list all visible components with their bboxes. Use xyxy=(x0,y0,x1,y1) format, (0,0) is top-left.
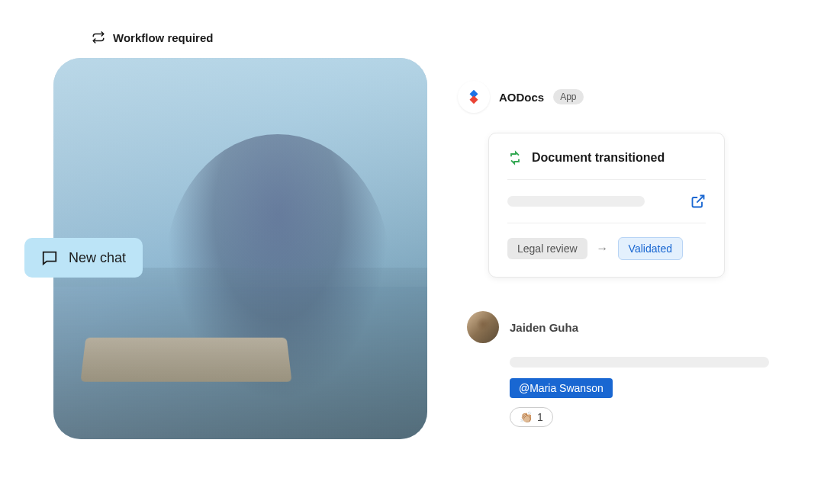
user-name: Jaiden Guha xyxy=(510,321,578,334)
transition-header: Document transitioned xyxy=(507,150,706,180)
svg-line-0 xyxy=(697,196,703,203)
placeholder-bar xyxy=(507,196,645,207)
chat-icon xyxy=(41,249,58,266)
transition-arrows-icon xyxy=(507,150,523,165)
transition-title: Document transitioned xyxy=(532,151,665,165)
new-chat-badge[interactable]: New chat xyxy=(24,238,143,278)
aodocs-icon xyxy=(465,88,482,105)
main-container: Workflow required New chat xyxy=(53,30,786,439)
workflow-label: Workflow required xyxy=(113,31,213,44)
status-to: Validated xyxy=(618,237,683,260)
app-header: AODocs App xyxy=(458,81,786,113)
user-header: Jaiden Guha xyxy=(467,311,786,343)
app-badge: App xyxy=(553,89,583,104)
arrow-right-icon: → xyxy=(597,242,609,255)
workflow-header: Workflow required xyxy=(92,30,786,44)
app-name: AODocs xyxy=(499,91,544,104)
mention-pill[interactable]: @Maria Swanson xyxy=(510,378,613,398)
avatar xyxy=(467,311,499,343)
transition-footer: Legal review → Validated xyxy=(507,223,706,260)
reaction-pill[interactable]: 👏🏼 1 xyxy=(510,407,553,427)
message-placeholder xyxy=(510,357,769,368)
transition-card: Document transitioned Legal review → Val… xyxy=(488,133,725,278)
external-link-icon[interactable] xyxy=(690,194,706,209)
status-from: Legal review xyxy=(507,238,587,259)
app-logo xyxy=(458,81,490,113)
left-panel: New chat xyxy=(53,58,427,439)
right-panel: AODocs App Document transitioned xyxy=(458,58,786,439)
reaction-count: 1 xyxy=(537,411,543,423)
main-content: New chat AODocs App xyxy=(53,58,786,439)
repeat-icon xyxy=(92,30,105,44)
transition-body xyxy=(507,180,706,223)
reaction-emoji: 👏🏼 xyxy=(520,411,533,423)
new-chat-label: New chat xyxy=(69,250,126,266)
user-section: Jaiden Guha @Maria Swanson 👏🏼 1 xyxy=(467,311,786,427)
